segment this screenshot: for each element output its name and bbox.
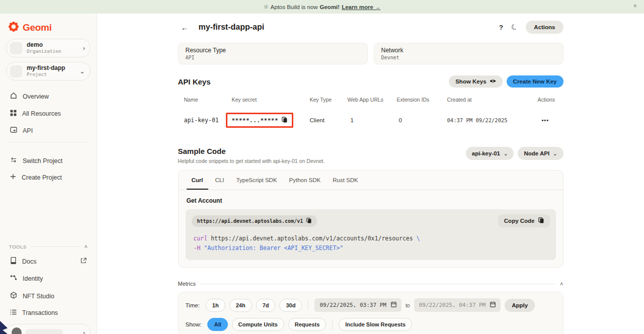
sample-code-card: Curl CLI TypeScript SDK Python SDK Rust …: [178, 170, 564, 268]
api-keys-title: API Keys: [178, 77, 211, 86]
external-link-icon: [80, 258, 87, 265]
project-switcher[interactable]: my-first-dapp Project ⌄: [6, 62, 91, 80]
code-flag: -H: [194, 244, 201, 252]
api-keys-table: Name Key secret Key Type Web App URLs Ex…: [178, 93, 564, 135]
org-type: Organization: [27, 48, 61, 54]
range-1h-button[interactable]: 1h: [206, 299, 225, 312]
tab-curl[interactable]: Curl: [187, 171, 208, 190]
metrics-filters-card: Time: 1h 24h 7d 30d 09/22/2025, 03:37 PM…: [178, 292, 564, 334]
create-project-button[interactable]: Create Project: [6, 169, 91, 186]
range-24h-button[interactable]: 24h: [229, 299, 252, 312]
sidebar-item-label: Create Project: [22, 174, 62, 181]
endpoint-url: https://api.devnet.aptoslabs.com/v1: [197, 218, 303, 224]
copy-code-label: Copy Code: [504, 218, 535, 224]
switch-arrows-icon: [10, 157, 17, 164]
sidebar-item-docs[interactable]: Docs: [6, 253, 91, 270]
flower-icon: ❋: [264, 4, 269, 11]
created-at-cell: 04:37 PM 09/22/2025: [447, 117, 538, 123]
tab-typescript-sdk[interactable]: TypeScript SDK: [231, 171, 282, 190]
tools-label: TOOLS: [9, 244, 27, 249]
org-avatar: [10, 42, 22, 54]
show-label: Show:: [186, 321, 202, 327]
chevron-down-icon: ⌄: [504, 151, 508, 156]
key-name-cell: api-key-01: [184, 117, 232, 124]
account-menu[interactable]: ›: [6, 324, 91, 334]
chevron-up-icon[interactable]: ˄: [560, 281, 563, 287]
divider: [201, 284, 555, 284]
tab-python-sdk[interactable]: Python SDK: [284, 171, 326, 190]
logo-text: Geomi: [23, 22, 52, 33]
show-compute-units-button[interactable]: Compute Units: [232, 318, 284, 331]
api-select-dropdown[interactable]: Node API ⌄: [518, 147, 563, 160]
code-tabs: Curl CLI TypeScript SDK Python SDK Rust …: [179, 171, 563, 190]
sidebar-item-transactions[interactable]: Transactions: [6, 305, 91, 321]
row-actions-menu[interactable]: •••: [538, 117, 564, 123]
sidebar-item-all-resources[interactable]: All Resources: [6, 105, 91, 122]
sidebar-item-identity[interactable]: Identity: [6, 270, 91, 287]
copy-code-button[interactable]: Copy Code: [498, 214, 550, 227]
project-avatar: [10, 65, 22, 77]
sidebar-item-label: Docs: [22, 258, 36, 265]
sidebar-item-nft-studio[interactable]: NFT Studio: [6, 287, 91, 305]
main-panel: ← my-first-dapp-api ? ☾ Actions Resource…: [97, 14, 644, 334]
key-secret-highlighted[interactable]: *****...*****: [226, 113, 294, 128]
key-type-cell: Client: [310, 117, 348, 123]
to-datetime-input[interactable]: 09/22/2025, 04:37 PM: [414, 298, 501, 312]
show-all-button[interactable]: All: [207, 318, 227, 331]
banner-brand: Geomi!: [320, 4, 340, 10]
show-keys-button[interactable]: Show Keys: [449, 75, 502, 88]
divider: [31, 246, 80, 247]
code-string: "Authorization: Bearer <API_KEY_SECRET>": [200, 244, 343, 252]
back-button[interactable]: ←: [178, 22, 192, 33]
key-secret-value: *****...*****: [232, 117, 279, 124]
divider: [8, 142, 89, 142]
show-keys-label: Show Keys: [455, 78, 486, 85]
divider: [308, 300, 308, 310]
apply-button[interactable]: Apply: [505, 299, 535, 312]
tab-rust-sdk[interactable]: Rust SDK: [328, 171, 363, 190]
metrics-title: Metrics: [178, 281, 196, 287]
actions-button[interactable]: Actions: [526, 21, 563, 34]
range-30d-button[interactable]: 30d: [279, 299, 302, 312]
create-new-key-button[interactable]: Create New Key: [507, 75, 564, 88]
include-slow-requests-button[interactable]: Include Slow Requests: [339, 318, 412, 331]
copy-icon[interactable]: [306, 218, 311, 224]
switch-project-button[interactable]: Switch Project: [6, 152, 91, 169]
sidebar-item-label: All Resources: [22, 110, 61, 117]
show-requests-button[interactable]: Requests: [288, 318, 327, 331]
chevron-down-icon: ⌄: [553, 151, 557, 156]
geomi-flower-icon: [8, 21, 19, 34]
from-datetime-input[interactable]: 09/22/2025, 03:37 PM: [314, 298, 401, 312]
org-name: demo: [27, 42, 61, 48]
col-web-app-urls: Web App URLs: [348, 97, 397, 103]
code-url: https://api.devnet.aptoslabs.com/v1/acco…: [207, 235, 416, 242]
col-key-secret: Key secret: [232, 97, 310, 103]
book-icon: [10, 257, 17, 266]
key-select-dropdown[interactable]: api-key-01 ⌄: [466, 147, 514, 160]
to-label: to: [406, 302, 410, 308]
chevron-up-icon[interactable]: ˄: [85, 243, 88, 249]
endpoint-pill[interactable]: https://api.devnet.aptoslabs.com/v1: [192, 215, 317, 227]
tab-cli[interactable]: CLI: [210, 171, 229, 190]
code-snippet: curl https://api.devnet.aptoslabs.com/v1…: [192, 234, 550, 253]
sidebar-item-label: API: [23, 127, 33, 134]
time-label: Time:: [186, 302, 200, 308]
range-7d-button[interactable]: 7d: [256, 299, 276, 312]
api-card-icon: [10, 127, 17, 134]
help-icon[interactable]: ?: [499, 24, 503, 31]
announcement-banner: ❋ Aptos Build is now Geomi! Learn more →…: [0, 0, 644, 14]
identity-graph-icon: [10, 275, 17, 283]
sample-code-title: Sample Code: [178, 147, 325, 155]
sidebar-item-label: NFT Studio: [23, 293, 54, 300]
geomi-logo[interactable]: Geomi: [6, 20, 91, 34]
dark-mode-icon[interactable]: ☾: [510, 22, 520, 33]
home-icon: [10, 92, 17, 101]
sidebar-item-overview[interactable]: Overview: [6, 88, 91, 105]
close-icon[interactable]: ×: [633, 2, 637, 10]
col-actions: Actions: [538, 97, 564, 103]
org-switcher[interactable]: demo Organization ›: [6, 39, 91, 57]
sidebar-item-api[interactable]: API: [6, 122, 91, 139]
copy-icon[interactable]: [282, 117, 287, 124]
learn-more-link[interactable]: Learn more →: [342, 4, 380, 10]
tools-section-header: TOOLS ˄: [9, 243, 88, 249]
